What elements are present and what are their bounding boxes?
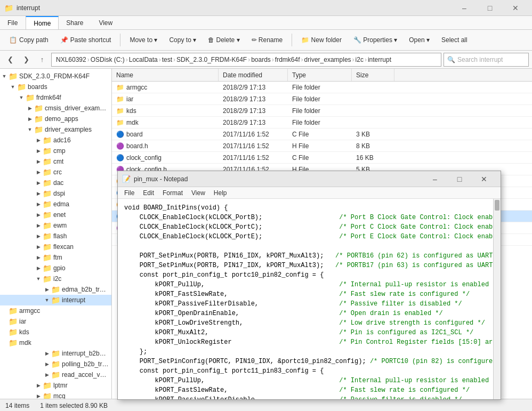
- path-interrupt[interactable]: interrupt: [368, 56, 391, 63]
- sidebar-item-dspi[interactable]: ▶ 📁 dspi: [0, 188, 111, 199]
- path-nxl[interactable]: NXL60392: [56, 56, 86, 63]
- notepad-menu-view[interactable]: View: [187, 187, 209, 198]
- toggle-icon: ▶: [43, 370, 51, 379]
- path-sdk[interactable]: SDK_2.3.0_FRDM-K64F: [176, 56, 247, 63]
- sidebar-item-flash[interactable]: ▶ 📁 flash: [0, 231, 111, 241]
- sidebar-item-cmt[interactable]: ▶ 📁 cmt: [0, 156, 111, 167]
- select-all-button[interactable]: Select all: [437, 34, 472, 46]
- notepad-menu-help[interactable]: Help: [209, 187, 231, 198]
- sidebar-item-label: boards: [28, 83, 47, 91]
- file-date: 2018/2/9 17:13: [219, 107, 288, 115]
- notepad-scrollbar[interactable]: [493, 199, 501, 399]
- sidebar-item-interrupt-b2b[interactable]: ▶ 📁 interrupt_b2b_transfer: [0, 348, 111, 359]
- notepad-content[interactable]: void BOARD_InitPins(void) { CLOCK_Enable…: [118, 199, 493, 399]
- code-line: const port_pin_config_t portc11_pin83_co…: [124, 366, 487, 376]
- notepad-menu-edit[interactable]: Edit: [139, 187, 158, 198]
- notepad-maximize-button[interactable]: □: [447, 171, 472, 187]
- sidebar-item-demo[interactable]: ▶ 📁 demo_apps: [0, 114, 111, 124]
- col-header-size[interactable]: Size: [352, 69, 394, 81]
- table-row[interactable]: 🔵clock_config 2017/11/16 1:52 C File 16 …: [112, 152, 532, 164]
- sidebar-item-iar[interactable]: 📁 iar: [0, 316, 111, 327]
- sidebar-item-ewm[interactable]: ▶ 📁 ewm: [0, 220, 111, 231]
- sidebar-item-i2c[interactable]: ▼ 📁 i2c: [0, 273, 111, 284]
- code-line: kPORT_PullUp, /* Internal pull-up resist…: [124, 376, 487, 385]
- path-localdata[interactable]: LocalData: [129, 56, 158, 63]
- sidebar-item-label: edma: [53, 200, 69, 208]
- copy-path-button[interactable]: 📋Copy path: [4, 34, 53, 46]
- sidebar-item-crc[interactable]: ▶ 📁 crc: [0, 167, 111, 178]
- tab-share[interactable]: Share: [59, 16, 91, 29]
- sidebar-item-label: dac: [53, 179, 63, 187]
- table-row[interactable]: 📁kds 2018/2/9 17:13 File folder: [112, 105, 532, 117]
- sidebar-item-edma[interactable]: ▶ 📁 edma: [0, 199, 111, 209]
- sidebar-item-frdmk64f[interactable]: ▼ 📁 frdmk64f: [0, 92, 111, 103]
- sidebar-item-mcg[interactable]: ▶ 📁 mcg: [0, 391, 111, 399]
- sidebar-item-label: flash: [53, 232, 67, 240]
- path-test[interactable]: test: [162, 56, 172, 63]
- col-header-name[interactable]: Name: [112, 69, 219, 81]
- notepad-menu-file[interactable]: File: [120, 187, 139, 198]
- sidebar-item-boards[interactable]: ▼ 📁 boards: [0, 82, 111, 92]
- sidebar-item-edma-b2b[interactable]: ▶ 📁 edma_b2b_transfer: [0, 284, 111, 295]
- toggle-icon: ▶: [34, 221, 43, 230]
- sidebar-item-polling-b2b[interactable]: ▶ 📁 polling_b2b_transfer: [0, 359, 111, 369]
- sidebar: ▼ 📁 SDK_2.3.0_FRDM-K64F ▼ 📁 boards ▼ 📁 f…: [0, 69, 112, 399]
- table-row[interactable]: 📁iar 2018/2/9 17:13 File folder: [112, 93, 532, 105]
- col-header-type[interactable]: Type: [288, 69, 352, 81]
- table-row[interactable]: 🟣board.h 2017/11/16 1:52 H File 8 KB: [112, 140, 532, 152]
- ribbon-bar: 📋Copy path 📌Paste shortcut Move to ▾ Cop…: [0, 30, 532, 50]
- tab-view[interactable]: View: [91, 16, 120, 29]
- table-row[interactable]: 📁mdk 2018/2/9 17:13 File folder: [112, 117, 532, 128]
- search-box[interactable]: 🔍 Search interrupt: [444, 53, 529, 67]
- notepad-minimize-button[interactable]: –: [423, 171, 447, 187]
- path-osdisk[interactable]: OSDisk (C:): [91, 56, 125, 63]
- minimize-button[interactable]: –: [452, 0, 477, 16]
- file-type-icon: 🔵: [116, 154, 124, 162]
- sidebar-item-interrupt[interactable]: ▼ 📁 interrupt: [0, 295, 111, 305]
- sidebar-item-armgcc[interactable]: 📁 armgcc: [0, 305, 111, 316]
- sidebar-item-cmp[interactable]: ▶ 📁 cmp: [0, 146, 111, 156]
- sidebar-item-mdk[interactable]: 📁 mdk: [0, 337, 111, 348]
- properties-button[interactable]: 🔧 Properties ▾: [349, 34, 402, 46]
- notepad-close-button[interactable]: ✕: [472, 171, 496, 187]
- table-row[interactable]: 📁armgcc 2018/2/9 17:13 File folder: [112, 82, 532, 93]
- sidebar-item-adc16[interactable]: ▶ 📁 adc16: [0, 135, 111, 146]
- code-line: kPORT_OpenDrainEnable, /* Open drain is …: [124, 309, 487, 318]
- table-row[interactable]: 🔵board 2017/11/16 1:52 C File 3 KB: [112, 128, 532, 140]
- sidebar-item-lptmr[interactable]: ▶ 📁 lptmr: [0, 380, 111, 391]
- toggle-icon: ▶: [34, 253, 43, 262]
- delete-button[interactable]: 🗑 Delete ▾: [203, 34, 244, 46]
- tab-home[interactable]: Home: [26, 16, 59, 29]
- maximize-button[interactable]: □: [478, 0, 502, 16]
- up-button[interactable]: ↑: [35, 53, 49, 67]
- back-button[interactable]: ❮: [3, 53, 17, 67]
- path-boards[interactable]: boards: [251, 56, 271, 63]
- sidebar-item-ftm[interactable]: ▶ 📁 ftm: [0, 252, 111, 263]
- copy-to-button[interactable]: Copy to ▾: [164, 34, 201, 46]
- sidebar-item-dac[interactable]: ▶ 📁 dac: [0, 178, 111, 188]
- status-bar: 14 items 1 item selected 8.90 KB: [0, 399, 532, 411]
- sidebar-item-flexcan[interactable]: ▶ 📁 flexcan: [0, 241, 111, 252]
- move-to-button[interactable]: Move to ▾: [125, 34, 162, 46]
- new-folder-button[interactable]: 📁 New folder: [296, 34, 346, 46]
- notepad-menu-format[interactable]: Format: [158, 187, 187, 198]
- sidebar-item-enet[interactable]: ▶ 📁 enet: [0, 209, 111, 220]
- sidebar-item-gpio[interactable]: ▶ 📁 gpio: [0, 263, 111, 273]
- sidebar-item-cmsis[interactable]: ▶ 📁 cmsis_driver_examples: [0, 103, 111, 114]
- path-driver[interactable]: driver_examples: [304, 56, 351, 63]
- app-icon: 📁: [4, 4, 13, 12]
- sidebar-item-read-accel[interactable]: ▶ 📁 read_accel_value_transfer: [0, 369, 111, 380]
- path-frdmk64f[interactable]: frdmk64f: [275, 56, 300, 63]
- sidebar-item-kds[interactable]: 📁 kds: [0, 327, 111, 337]
- sidebar-item-sdk[interactable]: ▼ 📁 SDK_2.3.0_FRDM-K64F: [0, 71, 111, 82]
- path-i2c[interactable]: i2c: [356, 56, 364, 63]
- sidebar-item-driver[interactable]: ▼ 📁 driver_examples: [0, 124, 111, 135]
- col-header-date[interactable]: Date modified: [219, 69, 288, 81]
- tab-file[interactable]: File: [0, 16, 26, 29]
- rename-button[interactable]: ✏ Rename: [247, 34, 288, 46]
- paste-shortcut-button[interactable]: 📌Paste shortcut: [55, 34, 116, 46]
- forward-button[interactable]: ❯: [19, 53, 33, 67]
- open-button[interactable]: Open ▾: [404, 34, 434, 46]
- address-path[interactable]: NXL60392 › OSDisk (C:) › LocalData › tes…: [51, 53, 441, 67]
- close-button[interactable]: ✕: [503, 0, 528, 16]
